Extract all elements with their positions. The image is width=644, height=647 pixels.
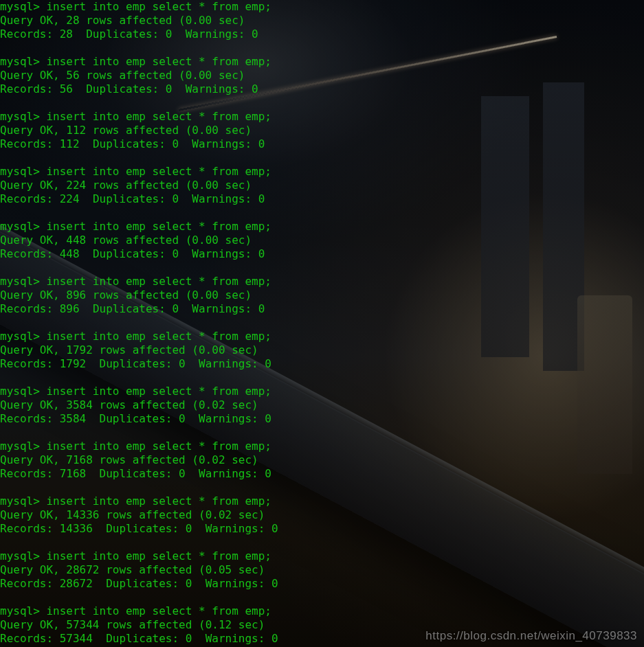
- dup-warn-text: Duplicates: 0 Warnings: 0: [93, 577, 278, 590]
- dup-warn-text: Duplicates: 0 Warnings: 0: [86, 467, 271, 480]
- sql-command: insert into emp select * from emp;: [46, 549, 271, 563]
- elapsed-time: 0.12: [206, 618, 232, 631]
- query-ok-prefix: Query OK,: [0, 69, 66, 82]
- query-ok-line: Query OK, 1792 rows affected (0.00 sec): [0, 343, 644, 357]
- query-ok-mid: rows affected (: [100, 508, 206, 521]
- records-count: 7168: [60, 467, 87, 480]
- elapsed-time: 0.00: [192, 234, 219, 247]
- mysql-prompt: mysql>: [0, 110, 46, 123]
- query-ok-mid: rows affected (: [100, 618, 206, 631]
- query-ok-prefix: Query OK,: [0, 398, 66, 411]
- rows-affected: 112: [66, 124, 86, 137]
- records-prefix: Records:: [0, 467, 60, 480]
- mysql-prompt: mysql>: [0, 549, 46, 563]
- records-line: Records: 112 Duplicates: 0 Warnings: 0: [0, 137, 644, 151]
- records-count: 224: [60, 192, 80, 205]
- query-ok-suffix: sec): [225, 398, 258, 411]
- records-line: Records: 14336 Duplicates: 0 Warnings: 0: [0, 522, 644, 536]
- blank-line: [0, 371, 644, 385]
- command-line[interactable]: mysql> insert into emp select * from emp…: [0, 385, 644, 398]
- mysql-prompt: mysql>: [0, 55, 46, 68]
- records-count: 448: [60, 247, 80, 260]
- query-ok-suffix: sec): [232, 618, 265, 631]
- command-line[interactable]: mysql> insert into emp select * from emp…: [0, 165, 644, 179]
- elapsed-time: 0.02: [206, 508, 232, 521]
- query-ok-line: Query OK, 3584 rows affected (0.02 sec): [0, 398, 644, 412]
- watermark-text: https://blog.csdn.net/weixin_40739833: [425, 629, 637, 643]
- records-line: Records: 448 Duplicates: 0 Warnings: 0: [0, 247, 644, 261]
- command-line[interactable]: mysql> insert into emp select * from emp…: [0, 220, 644, 234]
- blank-line: [0, 591, 644, 604]
- rows-affected: 57344: [66, 618, 99, 631]
- query-ok-prefix: Query OK,: [0, 563, 66, 576]
- query-ok-prefix: Query OK,: [0, 179, 66, 192]
- dup-warn-text: Duplicates: 0 Warnings: 0: [93, 522, 278, 535]
- terminal-output[interactable]: mysql> insert into emp select * from emp…: [0, 0, 644, 646]
- rows-affected: 7168: [66, 453, 93, 466]
- sql-command: insert into emp select * from emp;: [46, 0, 271, 13]
- records-prefix: Records:: [0, 302, 60, 315]
- records-prefix: Records:: [0, 82, 60, 95]
- records-count: 28: [60, 27, 73, 41]
- elapsed-time: 0.05: [206, 563, 232, 576]
- dup-warn-text: Duplicates: 0 Warnings: 0: [80, 192, 265, 205]
- blank-line: [0, 261, 644, 275]
- query-ok-suffix: sec): [225, 343, 258, 356]
- blank-line: [0, 316, 644, 330]
- query-ok-prefix: Query OK,: [0, 453, 66, 466]
- sql-command: insert into emp select * from emp;: [46, 440, 271, 453]
- blank-line: [0, 481, 644, 495]
- records-count: 57344: [60, 632, 93, 645]
- records-line: Records: 28 Duplicates: 0 Warnings: 0: [0, 27, 644, 41]
- sql-command: insert into emp select * from emp;: [46, 110, 271, 123]
- mysql-prompt: mysql>: [0, 0, 46, 13]
- elapsed-time: 0.00: [186, 69, 212, 82]
- query-ok-prefix: Query OK,: [0, 234, 66, 247]
- command-line[interactable]: mysql> insert into emp select * from emp…: [0, 604, 644, 618]
- records-count: 1792: [60, 357, 87, 370]
- query-ok-prefix: Query OK,: [0, 14, 66, 27]
- elapsed-time: 0.00: [192, 124, 219, 137]
- dup-warn-text: Duplicates: 0 Warnings: 0: [80, 137, 265, 150]
- query-ok-prefix: Query OK,: [0, 124, 66, 137]
- elapsed-time: 0.00: [199, 343, 225, 356]
- query-ok-mid: rows affected (: [86, 179, 192, 192]
- query-ok-mid: rows affected (: [93, 453, 199, 466]
- records-count: 28672: [60, 577, 93, 590]
- records-count: 112: [60, 137, 80, 150]
- command-line[interactable]: mysql> insert into emp select * from emp…: [0, 0, 644, 14]
- command-line[interactable]: mysql> insert into emp select * from emp…: [0, 549, 644, 563]
- mysql-prompt: mysql>: [0, 275, 46, 288]
- command-line[interactable]: mysql> insert into emp select * from emp…: [0, 275, 644, 288]
- records-prefix: Records:: [0, 137, 60, 150]
- command-line[interactable]: mysql> insert into emp select * from emp…: [0, 110, 644, 124]
- records-prefix: Records:: [0, 357, 60, 370]
- query-ok-line: Query OK, 224 rows affected (0.00 sec): [0, 179, 644, 192]
- records-prefix: Records:: [0, 27, 60, 41]
- sql-command: insert into emp select * from emp;: [46, 55, 271, 68]
- elapsed-time: 0.02: [199, 398, 225, 411]
- query-ok-prefix: Query OK,: [0, 618, 66, 631]
- command-line[interactable]: mysql> insert into emp select * from emp…: [0, 55, 644, 69]
- sql-command: insert into emp select * from emp;: [46, 385, 271, 398]
- records-prefix: Records:: [0, 412, 60, 425]
- records-line: Records: 896 Duplicates: 0 Warnings: 0: [0, 302, 644, 316]
- dup-warn-text: Duplicates: 0 Warnings: 0: [86, 412, 271, 425]
- mysql-prompt: mysql>: [0, 220, 46, 233]
- query-ok-suffix: sec): [219, 124, 252, 137]
- command-line[interactable]: mysql> insert into emp select * from emp…: [0, 495, 644, 508]
- command-line[interactable]: mysql> insert into emp select * from emp…: [0, 440, 644, 453]
- records-count: 3584: [60, 412, 87, 425]
- blank-line: [0, 536, 644, 549]
- dup-warn-text: Duplicates: 0 Warnings: 0: [93, 632, 278, 645]
- query-ok-mid: rows affected (: [86, 234, 192, 247]
- query-ok-mid: rows affected (: [93, 343, 199, 356]
- rows-affected: 896: [66, 288, 86, 302]
- command-line[interactable]: mysql> insert into emp select * from emp…: [0, 330, 644, 343]
- query-ok-line: Query OK, 28672 rows affected (0.05 sec): [0, 563, 644, 577]
- rows-affected: 448: [66, 234, 86, 247]
- query-ok-line: Query OK, 56 rows affected (0.00 sec): [0, 69, 644, 82]
- blank-line: [0, 426, 644, 440]
- rows-affected: 28: [66, 14, 79, 27]
- mysql-prompt: mysql>: [0, 165, 46, 178]
